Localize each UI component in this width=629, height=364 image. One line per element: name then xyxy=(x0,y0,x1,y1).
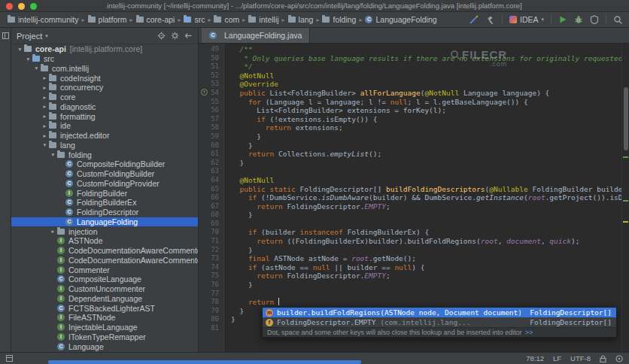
code-line-71[interactable]: 71 return ((FoldingBuilderEx)builder).bu… xyxy=(199,237,621,246)
tree-item-codeinsight[interactable]: ▸codeInsight xyxy=(11,73,198,83)
tree-item-customuncommenter[interactable]: ICustomUncommenter xyxy=(11,284,198,294)
tree-item-itokentyperemapper[interactable]: IITokenTypeRemapper xyxy=(11,332,198,342)
code-line-78[interactable]: 78 return xyxy=(199,298,621,307)
collapse-arrow-icon[interactable]: ▾ xyxy=(32,65,41,71)
expand-arrow-icon[interactable]: ▸ xyxy=(41,94,49,101)
error-stripe-mark[interactable] xyxy=(623,156,628,158)
tree-item-compositefoldingbuilder[interactable]: CCompositeFoldingBuilder xyxy=(11,159,198,169)
close-button[interactable] xyxy=(6,3,13,10)
horizontal-scrollbar[interactable] xyxy=(48,360,361,364)
breadcrumb-intellij-community[interactable]: intellij-community xyxy=(6,15,81,24)
hide-panel-icon[interactable] xyxy=(184,32,193,40)
expand-arrow-icon[interactable]: ▸ xyxy=(41,123,49,129)
code-line-68[interactable]: 68 } xyxy=(199,211,621,220)
collapse-arrow-icon[interactable]: ▾ xyxy=(49,151,57,158)
error-stripe-mark[interactable] xyxy=(623,221,628,223)
completion-item[interactable]: mbuilder.buildFoldRegions(ASTNode node, … xyxy=(263,308,616,317)
tool-window-toggle-icon[interactable] xyxy=(6,355,13,362)
code-line-66[interactable]: 66 if (!DumbService.isDumbAware(builder)… xyxy=(199,193,621,202)
breadcrumb-core-api[interactable]: core-api xyxy=(135,15,177,24)
override-marker-icon[interactable]: ↑ xyxy=(201,89,208,96)
tree-item-src[interactable]: ▾src xyxy=(11,54,198,64)
code-line-63[interactable]: 63 xyxy=(199,167,621,176)
expand-arrow-icon[interactable]: ▸ xyxy=(41,74,49,81)
code-line-51[interactable]: 51 */ xyxy=(199,62,621,71)
editor-tab-languagefolding[interactable]: C LanguageFolding.java xyxy=(202,28,310,43)
gear-icon[interactable] xyxy=(171,32,179,40)
caret-position[interactable]: 78:12 xyxy=(526,354,544,362)
code-line-56[interactable]: 56 List<FoldingBuilder> extensions = for… xyxy=(199,106,621,115)
code-line-75[interactable]: 75 return FoldingDescriptor.EMPTY; xyxy=(199,271,621,281)
tree-item-fctsbackedlighterast[interactable]: CFCTSBackedLighterAST xyxy=(11,303,198,313)
tree-item-injection[interactable]: ▸injection xyxy=(11,226,198,236)
code-line-62[interactable]: 62 } xyxy=(199,159,621,168)
line-separator[interactable]: LF xyxy=(553,354,561,362)
collapse-arrow-icon[interactable]: ▾ xyxy=(24,56,32,62)
collapse-arrow-icon[interactable]: ▾ xyxy=(16,46,24,53)
tree-item-ide[interactable]: ▸ide xyxy=(11,121,198,131)
minimize-button[interactable] xyxy=(18,3,25,10)
search-icon[interactable] xyxy=(613,15,623,25)
code-line-65[interactable]: 65 public static FoldingDescriptor[] bui… xyxy=(199,185,621,194)
hector-icon[interactable] xyxy=(615,355,623,362)
breadcrumb-folding[interactable]: folding xyxy=(321,15,357,24)
tree-item-com.intellij[interactable]: ▾com.intellij xyxy=(11,64,198,74)
breadcrumb-languagefolding[interactable]: CLanguageFolding xyxy=(363,15,438,24)
code-line-50[interactable]: 50 * Only queries base language results … xyxy=(199,54,621,63)
breadcrumb-lang[interactable]: lang xyxy=(287,15,315,24)
code-line-52[interactable]: 52 @NotNull xyxy=(199,71,621,80)
code-line-60[interactable]: 60 } xyxy=(199,141,621,150)
code-line-49[interactable]: 49 /** xyxy=(199,45,621,54)
tree-item-compositelanguage[interactable]: CCompositeLanguage xyxy=(11,275,198,284)
code-line-77[interactable]: 77 xyxy=(199,290,621,299)
tree-item-foldingbuilder[interactable]: IFoldingBuilder xyxy=(11,188,198,198)
code-line-55[interactable]: 55 for (Language l = language; l != null… xyxy=(199,98,621,107)
code-line-67[interactable]: 67 return FoldingDescriptor.EMPTY; xyxy=(199,202,621,211)
coverage-icon[interactable] xyxy=(590,15,599,24)
code-line-70[interactable]: 70 if (builder instanceof FoldingBuilder… xyxy=(199,228,621,237)
code-line-61[interactable]: 61 return Collections.emptyList(); xyxy=(199,150,621,159)
code-line-58[interactable]: 58 return extensions; xyxy=(199,123,621,132)
tree-item-codedocumentationawarecommenter[interactable]: ICodeDocumentationAwareCommenter xyxy=(11,246,198,256)
expand-arrow-icon[interactable]: ▸ xyxy=(41,84,49,91)
lock-icon[interactable] xyxy=(600,355,606,362)
pencil-icon[interactable] xyxy=(469,15,479,25)
code-line-74[interactable]: 74 if (astNode == null || builder == nul… xyxy=(199,263,621,272)
scrollbar-thumb[interactable] xyxy=(624,87,628,150)
code-line-53[interactable]: 53 @Override xyxy=(199,80,621,89)
tree-item-foldingbuilderex[interactable]: CFoldingBuilderEx xyxy=(11,198,198,208)
tree-item-language[interactable]: CLanguage xyxy=(11,341,198,351)
tree-item-commenter[interactable]: ICommenter xyxy=(11,265,198,275)
breadcrumb-src[interactable]: src xyxy=(182,15,206,24)
hammer-icon[interactable] xyxy=(485,15,495,25)
editor-code-area[interactable]: 49 /**50 * Only queries base language re… xyxy=(199,44,629,352)
tree-item-astnode[interactable]: IASTNode xyxy=(11,236,198,246)
code-line-59[interactable]: 59 } xyxy=(199,132,621,141)
tree-item-customfoldingbuilder[interactable]: CCustomFoldingBuilder xyxy=(11,169,198,179)
expand-arrow-icon[interactable]: ▸ xyxy=(41,113,49,120)
code-line-72[interactable]: 72 } xyxy=(199,246,621,255)
expand-arrow-icon[interactable]: ▸ xyxy=(41,132,49,139)
run-icon[interactable] xyxy=(558,15,567,24)
tree-item-fileastnode[interactable]: IFileASTNode xyxy=(11,313,198,323)
tree-item-folding[interactable]: ▾folding xyxy=(11,150,198,159)
zoom-button[interactable] xyxy=(30,3,37,10)
tree-item-injectablelanguage[interactable]: IInjectableLanguage xyxy=(11,323,198,332)
tree-item-core-api[interactable]: ▾core-api[intellij.platform.core] xyxy=(11,44,198,54)
code-line-73[interactable]: 73 final ASTNode astNode = root.getNode(… xyxy=(199,254,621,263)
tree-item-formatting[interactable]: ▸formatting xyxy=(11,111,198,121)
tree-item-customfoldingprovider[interactable]: CCustomFoldingProvider xyxy=(11,179,198,189)
collapse-arrow-icon[interactable]: ▾ xyxy=(41,141,49,148)
expand-arrow-icon[interactable]: ▸ xyxy=(49,228,57,235)
file-encoding[interactable]: UTF-8 xyxy=(570,354,591,362)
completion-hint-link[interactable]: >> xyxy=(525,329,533,336)
locate-icon[interactable] xyxy=(157,32,166,40)
tree-item-diagnostic[interactable]: ▸diagnostic xyxy=(11,102,198,112)
code-line-54[interactable]: 54↑ public List<FoldingBuilder> allForLa… xyxy=(199,89,621,98)
tree-item-concurrency[interactable]: ▸concurrency xyxy=(11,83,198,93)
code-line-69[interactable]: 69 xyxy=(199,220,621,229)
run-configuration-select[interactable]: IDEA ▾ xyxy=(509,15,544,24)
editor-vertical-scrollbar[interactable] xyxy=(621,44,629,352)
panel-dropdown-icon[interactable]: ▾ xyxy=(45,33,48,39)
code-line-76[interactable]: 76 } xyxy=(199,281,621,290)
